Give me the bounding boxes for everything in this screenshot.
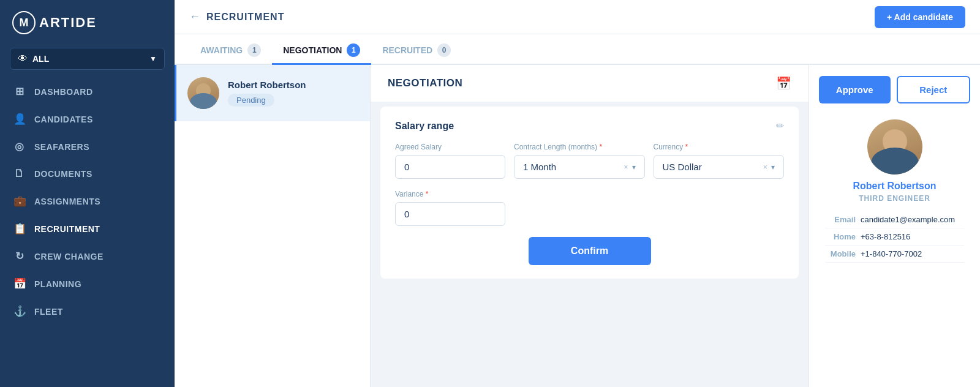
contract-length-select[interactable]: 1 Month × ▾ <box>514 155 645 179</box>
sidebar-item-label: SEAFARERS <box>34 142 89 152</box>
planning-icon: 📅 <box>13 277 26 290</box>
main-area: ← RECRUITMENT + Add candidate AWAITING 1… <box>175 0 980 387</box>
variance-row: Variance * <box>395 190 784 226</box>
home-label: Home <box>825 232 856 241</box>
contract-length-value: 1 Month <box>523 162 620 172</box>
sidebar-item-label: DOCUMENTS <box>34 169 92 179</box>
confirm-button[interactable]: Confirm <box>529 237 651 265</box>
profile-section: Robert Robertson THIRD ENGINEER Email ca… <box>809 110 980 263</box>
candidate-info: Robert Robertson Pending <box>228 80 359 107</box>
tab-recruited-badge: 0 <box>437 43 451 57</box>
sidebar: M ARTIDE 👁 ALL ▼ ⊞ DASHBOARD 👤 CANDIDATE… <box>0 0 175 387</box>
reject-button[interactable]: Reject <box>897 76 971 103</box>
salary-range-title: Salary range <box>395 121 454 132</box>
sidebar-item-label: ASSIGNMENTS <box>34 197 100 206</box>
center-panel: NEGOTIATION 📅 Salary range ✏ Agreed Sala… <box>371 65 809 387</box>
dashboard-icon: ⊞ <box>13 85 26 98</box>
topbar-left: ← RECRUITMENT <box>189 10 284 23</box>
recruitment-icon: 📋 <box>13 222 26 235</box>
sidebar-item-dashboard[interactable]: ⊞ DASHBOARD <box>0 78 175 105</box>
tab-recruited[interactable]: RECRUITED 0 <box>371 43 462 65</box>
negotiation-header: NEGOTIATION 📅 <box>371 65 809 102</box>
home-value: +63-8-812516 <box>861 232 964 241</box>
tab-negotiation[interactable]: NEGOTIATION 1 <box>272 43 371 65</box>
status-badge: Pending <box>228 94 274 107</box>
sidebar-item-fleet[interactable]: ⚓ FLEET <box>0 298 175 325</box>
currency-clear-icon[interactable]: × <box>763 163 767 171</box>
candidate-name: Robert Robertson <box>228 80 359 90</box>
candidates-icon: 👤 <box>13 113 26 126</box>
assignments-icon: 💼 <box>13 195 26 208</box>
contract-length-group: Contract Length (months) * 1 Month × ▾ <box>514 143 645 179</box>
logo-area: M ARTIDE <box>0 0 175 45</box>
add-candidate-button[interactable]: + Add candidate <box>875 6 965 28</box>
email-value: candidate1@example.com <box>861 215 964 224</box>
agreed-salary-input[interactable] <box>395 155 505 179</box>
mobile-label: Mobile <box>825 249 856 258</box>
seafarers-icon: ◎ <box>13 140 26 153</box>
currency-select[interactable]: US Dollar × ▾ <box>654 155 785 179</box>
calendar-icon[interactable]: 📅 <box>776 76 791 91</box>
tab-negotiation-badge: 1 <box>347 43 360 57</box>
sidebar-item-candidates[interactable]: 👤 CANDIDATES <box>0 106 175 132</box>
negotiation-title: NEGOTIATION <box>388 77 462 89</box>
crew-change-icon: ↻ <box>13 250 26 263</box>
back-button[interactable]: ← <box>189 10 200 23</box>
sidebar-item-documents[interactable]: 🗋 DOCUMENTS <box>0 161 175 187</box>
salary-card: Salary range ✏ Agreed Salary Contract Le… <box>380 107 799 279</box>
contact-info: Email candidate1@example.com Home +63-8-… <box>819 211 970 263</box>
variance-input[interactable] <box>395 202 505 226</box>
sidebar-item-label: PLANNING <box>34 279 81 289</box>
tab-awaiting-label: AWAITING <box>200 45 243 55</box>
sidebar-item-planning[interactable]: 📅 PLANNING <box>0 271 175 297</box>
confirm-row: Confirm <box>395 237 784 265</box>
contact-home-row: Home +63-8-812516 <box>825 228 964 246</box>
sidebar-item-crew-change[interactable]: ↻ CREW CHANGE <box>0 243 175 269</box>
contract-length-label: Contract Length (months) * <box>514 143 645 151</box>
logo-icon: M <box>12 11 36 34</box>
filter-dropdown[interactable]: 👁 ALL ▼ <box>10 48 165 70</box>
tabs-bar: AWAITING 1 NEGOTIATION 1 RECRUITED 0 <box>175 34 980 65</box>
contract-length-clear-icon[interactable]: × <box>624 163 628 171</box>
left-panel: Robert Robertson Pending <box>175 65 371 387</box>
profile-avatar <box>867 119 922 175</box>
tab-negotiation-label: NEGOTIATION <box>283 45 342 55</box>
chevron-down-icon: ▼ <box>149 54 157 63</box>
action-buttons: Approve Reject <box>809 65 980 110</box>
right-panel: Approve Reject Robert Robertson THIRD EN… <box>809 65 980 387</box>
salary-fields-row: Agreed Salary Contract Length (months) *… <box>395 143 784 179</box>
fleet-icon: ⚓ <box>13 305 26 318</box>
agreed-salary-label: Agreed Salary <box>395 143 505 151</box>
candidate-card[interactable]: Robert Robertson Pending <box>175 65 370 121</box>
sidebar-item-assignments[interactable]: 💼 ASSIGNMENTS <box>0 188 175 214</box>
tab-awaiting[interactable]: AWAITING 1 <box>189 43 272 65</box>
salary-card-header: Salary range ✏ <box>395 120 784 132</box>
filter-label: ALL <box>32 54 145 64</box>
sidebar-item-label: FLEET <box>34 307 63 317</box>
sidebar-item-label: DASHBOARD <box>34 87 93 97</box>
sidebar-item-label: CANDIDATES <box>34 115 93 124</box>
email-label: Email <box>825 215 856 224</box>
contact-mobile-row: Mobile +1-840-770-7002 <box>825 246 964 263</box>
variance-group: Variance * <box>395 190 505 226</box>
approve-button[interactable]: Approve <box>819 76 891 103</box>
profile-role: THIRD ENGINEER <box>859 194 930 203</box>
edit-icon[interactable]: ✏ <box>776 120 784 132</box>
tab-awaiting-badge: 1 <box>247 43 261 57</box>
contract-length-chevron-icon[interactable]: ▾ <box>632 163 636 171</box>
agreed-salary-group: Agreed Salary <box>395 143 505 179</box>
currency-label: Currency * <box>654 143 785 151</box>
sidebar-item-seafarers[interactable]: ◎ SEAFARERS <box>0 133 175 160</box>
tab-recruited-label: RECRUITED <box>382 45 432 55</box>
eye-icon: 👁 <box>18 53 28 64</box>
topbar: ← RECRUITMENT + Add candidate <box>175 0 980 34</box>
variance-label: Variance * <box>395 190 505 198</box>
avatar <box>187 77 219 109</box>
sidebar-item-recruitment[interactable]: 📋 RECRUITMENT <box>0 216 175 242</box>
currency-chevron-icon[interactable]: ▾ <box>771 163 775 171</box>
sidebar-item-label: CREW CHANGE <box>34 252 104 261</box>
documents-icon: 🗋 <box>13 168 26 180</box>
page-title: RECRUITMENT <box>206 12 284 23</box>
logo-text: ARTIDE <box>39 15 97 31</box>
sidebar-nav: ⊞ DASHBOARD 👤 CANDIDATES ◎ SEAFARERS 🗋 D… <box>0 78 175 325</box>
